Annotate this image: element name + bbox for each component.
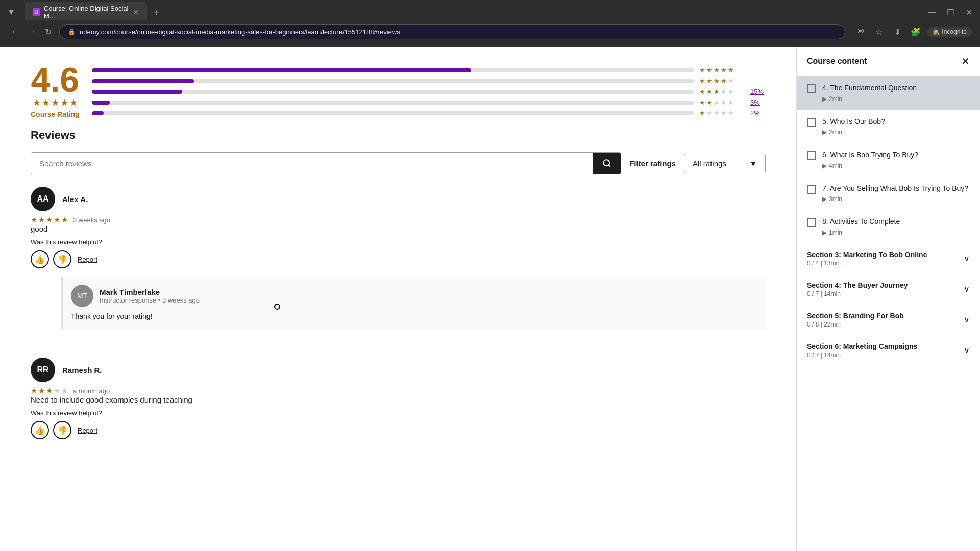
checkbox-8[interactable] bbox=[807, 218, 816, 227]
sidebar-item-8[interactable]: 8. Activities To Complete ▶ 1min bbox=[797, 210, 980, 243]
rating-stars: ★ ★ ★ ★ ★ bbox=[33, 97, 78, 108]
helpful-actions-ramesh: 👍 👎 Report bbox=[31, 421, 766, 439]
instructor-info: Mark Timberlake Instructor response • 3 … bbox=[100, 288, 200, 304]
section-header-3[interactable]: Section 3: Marketing To Bob Online 0 / 4… bbox=[797, 243, 980, 274]
instructor-text: Thank you for your rating! bbox=[71, 312, 757, 320]
rating-bars: ★ ★ ★ ★ ★ ★ ★ ★ bbox=[92, 62, 766, 117]
play-icon-6: ▶ bbox=[822, 162, 827, 169]
reviewer-row-alex: AA Alex A. bbox=[31, 187, 766, 211]
report-link-alex[interactable]: Report bbox=[78, 256, 97, 263]
helpful-actions-alex: 👍 👎 Report bbox=[31, 250, 766, 268]
window-minimize-button[interactable]: — bbox=[925, 5, 939, 19]
bar-track-1 bbox=[92, 111, 694, 115]
nav-arrows: ▼ bbox=[4, 5, 18, 19]
filter-select[interactable]: All ratings ▼ bbox=[684, 154, 766, 173]
browser-actions: 👁 ☆ ⬇ 🧩 🕵 Incognito bbox=[853, 24, 972, 39]
section-header-4[interactable]: Section 4: The Buyer Journey 0 / 7 | 14m… bbox=[797, 274, 980, 305]
tab-favicon: U bbox=[33, 8, 40, 16]
instructor-row: MT Mark Timberlake Instructor response •… bbox=[71, 285, 757, 307]
bar-pct-3[interactable]: 15% bbox=[750, 88, 766, 95]
star-2: ★ bbox=[42, 97, 50, 108]
instructor-response-alex: MT Mark Timberlake Instructor response •… bbox=[61, 277, 766, 329]
play-icon-8: ▶ bbox=[822, 229, 827, 236]
checkbox-5[interactable] bbox=[807, 118, 816, 127]
item-duration-4: 2min bbox=[829, 95, 842, 103]
tab-title: Course: Online Digital Social M... bbox=[44, 5, 129, 20]
checkbox-6[interactable] bbox=[807, 151, 816, 160]
section-meta-4: 0 / 7 | 14min bbox=[807, 290, 908, 297]
window-controls: — ❐ ✕ bbox=[925, 5, 976, 19]
review-item-ramesh: RR Ramesh R. ★ ★ ★ ★ ★ a month ago Need bbox=[31, 358, 766, 454]
navigation-controls: ← → ↻ bbox=[8, 24, 55, 39]
review-time-alex: 3 weeks ago bbox=[73, 216, 110, 224]
bar-pct-1[interactable]: 2% bbox=[750, 109, 766, 117]
star-4: ★ bbox=[60, 97, 68, 108]
thumbs-down-button-ramesh[interactable]: 👎 bbox=[53, 421, 71, 439]
bar-stars-2: ★ ★ ★ ★ ★ bbox=[699, 98, 745, 106]
tab-list-button[interactable]: ▼ bbox=[4, 5, 18, 19]
reviewer-name-ramesh: Ramesh R. bbox=[62, 366, 102, 374]
reload-button[interactable]: ↻ bbox=[41, 24, 55, 39]
bar-row-5: ★ ★ ★ ★ ★ bbox=[92, 66, 766, 74]
main-layout: 4.6 ★ ★ ★ ★ ★ Course Rating ★ bbox=[0, 47, 980, 551]
section-title-3: Section 3: Marketing To Bob Online bbox=[807, 251, 927, 259]
report-link-ramesh[interactable]: Report bbox=[78, 427, 97, 434]
download-icon[interactable]: ⬇ bbox=[890, 24, 904, 39]
bookmark-icon[interactable]: ☆ bbox=[872, 24, 886, 39]
rating-section: 4.6 ★ ★ ★ ★ ★ Course Rating ★ bbox=[31, 57, 766, 118]
item-duration-8: 1min bbox=[829, 229, 842, 236]
filter-row: Filter ratings All ratings ▼ bbox=[31, 152, 766, 174]
thumbs-up-button-alex[interactable]: 👍 bbox=[31, 250, 49, 268]
item-content-4: 4. The Fundamental Question ▶ 2min bbox=[822, 83, 970, 103]
new-tab-button[interactable]: + bbox=[149, 5, 163, 19]
bar-track-4 bbox=[92, 79, 694, 83]
thumbs-down-button-alex[interactable]: 👎 bbox=[53, 250, 71, 268]
checkbox-4[interactable] bbox=[807, 84, 816, 93]
checkbox-7[interactable] bbox=[807, 185, 816, 194]
item-content-7: 7. Are You Selling What Bob Is Trying To… bbox=[822, 184, 970, 203]
section-header-5[interactable]: Section 5: Branding For Bob 0 / 8 | 22mi… bbox=[797, 305, 980, 335]
back-button[interactable]: ← bbox=[8, 24, 22, 39]
bar-track-3 bbox=[92, 90, 694, 94]
item-title-4: 4. The Fundamental Question bbox=[822, 83, 970, 93]
svg-point-0 bbox=[603, 160, 609, 166]
chevron-section-6: ∨ bbox=[964, 345, 970, 355]
search-button[interactable] bbox=[593, 153, 621, 174]
search-input[interactable] bbox=[31, 153, 593, 174]
tab-close-button[interactable]: ✕ bbox=[133, 8, 139, 16]
sidebar-item-5[interactable]: 5. Who Is Our Bob? ▶ 2min bbox=[797, 110, 980, 143]
sidebar-close-button[interactable]: ✕ bbox=[961, 55, 970, 67]
helpful-text-alex: Was this review helpful? bbox=[31, 238, 766, 246]
eye-slash-icon[interactable]: 👁 bbox=[853, 24, 868, 39]
reviewer-row-ramesh: RR Ramesh R. bbox=[31, 358, 766, 382]
item-duration-5: 2min bbox=[829, 129, 842, 136]
section-title-5: Section 5: Branding For Bob bbox=[807, 312, 904, 320]
section-info-3: Section 3: Marketing To Bob Online 0 / 4… bbox=[807, 251, 927, 267]
sidebar-item-7[interactable]: 7. Are You Selling What Bob Is Trying To… bbox=[797, 177, 980, 210]
svg-line-1 bbox=[609, 165, 610, 166]
active-tab[interactable]: U Course: Online Digital Social M... ✕ bbox=[24, 2, 147, 23]
bar-fill-3 bbox=[92, 90, 182, 94]
url-bar[interactable]: 🔒 udemy.com/course/online-digital-social… bbox=[59, 24, 845, 39]
reviewer-name-alex: Alex A. bbox=[62, 195, 88, 204]
thumbs-up-button-ramesh[interactable]: 👍 bbox=[31, 421, 49, 439]
chevron-down-icon: ▼ bbox=[749, 159, 757, 168]
bar-pct-2[interactable]: 3% bbox=[750, 98, 766, 106]
reviews-section: Reviews Filter ratings All ratings ▼ bbox=[31, 129, 766, 454]
sidebar-item-6[interactable]: 6. What Is Bob Trying To Buy? ▶ 4min bbox=[797, 143, 980, 177]
item-title-8: 8. Activities To Complete bbox=[822, 217, 970, 227]
play-icon-5: ▶ bbox=[822, 129, 827, 136]
bar-fill-4 bbox=[92, 79, 194, 83]
section-info-5: Section 5: Branding For Bob 0 / 8 | 22mi… bbox=[807, 312, 904, 328]
window-close-button[interactable]: ✕ bbox=[962, 5, 976, 19]
reviews-title: Reviews bbox=[31, 129, 766, 142]
sidebar-item-4[interactable]: 4. The Fundamental Question ▶ 2min bbox=[797, 76, 980, 110]
sidebar-title: Course content bbox=[807, 57, 867, 66]
forward-button[interactable]: → bbox=[24, 24, 39, 39]
window-maximize-button[interactable]: ❐ bbox=[943, 5, 958, 19]
section-meta-5: 0 / 8 | 22min bbox=[807, 321, 904, 328]
avatar-alex: AA bbox=[31, 187, 55, 211]
extensions-icon[interactable]: 🧩 bbox=[909, 24, 923, 39]
section-header-6[interactable]: Section 6: Marketing Campaigns 0 / 7 | 1… bbox=[797, 335, 980, 366]
review-stars-ramesh: ★ ★ ★ ★ ★ bbox=[31, 386, 68, 395]
